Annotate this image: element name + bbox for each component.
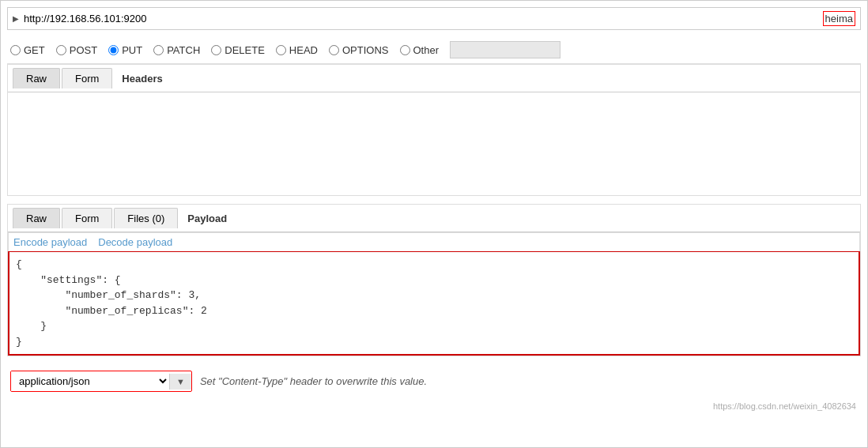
method-patch-label: PATCH — [167, 44, 200, 56]
method-other[interactable]: Other — [400, 44, 440, 56]
method-head-radio[interactable] — [276, 45, 286, 55]
payload-textarea[interactable]: { "settings": { "number_of_shards": 3, "… — [8, 251, 860, 356]
method-other-input[interactable] — [450, 41, 560, 58]
url-arrow-icon: ▶ — [13, 14, 19, 23]
payload-outer: Raw Form Files (0) Payload Encode payloa… — [7, 204, 861, 356]
method-row: GET POST PUT PATCH DELETE HEAD OPTIONS — [7, 36, 861, 64]
top-tab-row: Raw Form Headers — [8, 65, 860, 92]
tab-raw-top[interactable]: Raw — [13, 68, 60, 88]
method-post-radio[interactable] — [56, 45, 66, 55]
url-path: heima — [823, 11, 855, 26]
tab-raw-payload[interactable]: Raw — [13, 208, 60, 228]
content-type-dropdown-arrow[interactable]: ▼ — [169, 374, 191, 390]
payload-tab-row: Raw Form Files (0) Payload — [8, 205, 860, 232]
method-options-label: OPTIONS — [342, 44, 389, 56]
method-get-label: GET — [24, 44, 45, 56]
decode-payload-link[interactable]: Decode payload — [98, 236, 172, 248]
method-head[interactable]: HEAD — [276, 44, 318, 56]
tab-form-top[interactable]: Form — [62, 68, 112, 88]
method-post-label: POST — [70, 44, 97, 56]
method-get-radio[interactable] — [10, 45, 21, 55]
method-delete[interactable]: DELETE — [211, 44, 265, 56]
method-put-radio[interactable] — [108, 45, 119, 55]
method-put-label: PUT — [122, 44, 142, 56]
content-type-select[interactable]: application/json text/plain application/… — [11, 371, 169, 391]
method-put[interactable]: PUT — [108, 44, 142, 56]
url-input[interactable] — [24, 13, 823, 24]
main-container: ▶ heima GET POST PUT PATCH DELETE HEAD — [0, 0, 868, 448]
method-options-radio[interactable] — [329, 45, 339, 55]
encode-payload-link[interactable]: Encode payload — [13, 236, 87, 248]
method-other-label: Other — [413, 44, 440, 56]
top-section: Raw Form Headers — [7, 64, 861, 196]
watermark: https://blog.csdn.net/weixin_4082634 — [7, 398, 861, 414]
content-type-select-wrap: application/json text/plain application/… — [10, 371, 192, 392]
tab-payload-label: Payload — [179, 209, 235, 228]
content-type-note: Set "Content-Type" header to overwrite t… — [200, 375, 427, 387]
method-patch-radio[interactable] — [153, 45, 164, 55]
tab-form-payload[interactable]: Form — [62, 208, 112, 228]
method-head-label: HEAD — [289, 44, 318, 56]
top-content-area — [8, 92, 860, 195]
content-type-row: application/json text/plain application/… — [7, 364, 861, 398]
method-other-radio[interactable] — [400, 45, 410, 55]
method-delete-label: DELETE — [225, 44, 265, 56]
tab-headers-label: Headers — [114, 69, 170, 88]
url-row: ▶ heima — [7, 7, 861, 30]
method-options[interactable]: OPTIONS — [329, 44, 389, 56]
method-patch[interactable]: PATCH — [153, 44, 200, 56]
method-get[interactable]: GET — [10, 44, 45, 56]
method-post[interactable]: POST — [56, 44, 97, 56]
encode-row: Encode payload Decode payload — [8, 232, 860, 251]
tab-files-payload[interactable]: Files (0) — [114, 208, 178, 228]
method-delete-radio[interactable] — [211, 45, 221, 55]
